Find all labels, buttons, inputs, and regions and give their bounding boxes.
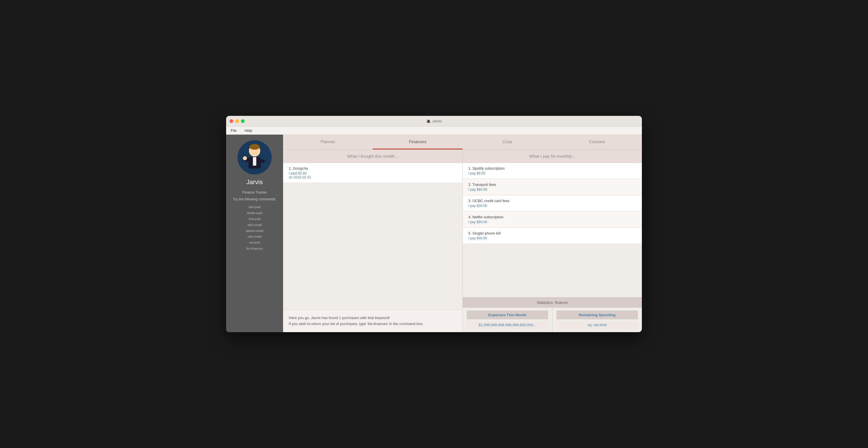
stats-columns: Expenses This Month $1,099,999,999,999,9… [463,308,642,332]
left-panel-header: What I bought this month... [283,150,463,163]
item-title: 1. Spotify subscription [468,166,637,170]
svg-point-6 [243,156,247,160]
item-title: 3. OCBC credit card fees [468,199,637,203]
sidebar-commands: add-paid delete-paid find-paid add-insta… [246,204,264,252]
stats-section: Statistics: finance Expenses This Month … [463,297,642,332]
cmd-edit-install: edit-install [246,234,264,239]
right-panel-header: What I pay for monthly... [463,150,642,163]
traffic-lights [229,119,245,123]
window-title: 🎩 Jarvis [426,119,442,123]
item-sub-line1: I paid $2.80 [289,171,457,175]
sidebar-commands-label: Try the following commands: [233,197,276,201]
title-icon: 🎩 [426,119,431,123]
title-text: Jarvis [432,119,442,123]
minimize-button[interactable] [235,119,239,123]
remaining-value: try: set-limit [556,320,638,329]
item-sub: I pay $60.00 [468,220,637,224]
tab-courses[interactable]: Courses [552,135,642,150]
cmd-delete-install: delete-install [246,228,264,234]
list-item: 5. Singtel phone bill I pay $40.00 [463,228,642,244]
status-line2: If you wish to return your list of purch… [289,321,457,327]
item-title: 1. Gongcha [289,166,457,170]
item-sub-line2: on 2019-10-31 [289,175,457,179]
avatar [238,140,272,174]
item-title: 2. Transport fees [468,183,637,187]
item-sub: I pay $40.00 [468,236,637,240]
item-sub: I pay $20.00 [468,204,637,208]
list-item: 4. Netflix subscription I pay $60.00 [463,212,642,228]
svg-rect-4 [253,157,256,166]
close-button[interactable] [229,119,233,123]
item-sub: I pay $9.50 [468,171,637,175]
maximize-button[interactable] [241,119,245,123]
left-panel: What I bought this month... 1. Gongcha I… [283,150,463,332]
status-line1: Here you go, Jarvis has found 1 purchase… [289,315,457,321]
expenses-value: $1,099,999,999,999,999,900,000... [467,320,548,329]
stats-col-remaining: Remaining Spending try: set-limit [553,308,642,332]
tab-ccas[interactable]: Ccas [463,135,552,150]
tabs: Planner Finances Ccas Courses [283,135,642,150]
content-area: Planner Finances Ccas Courses What I bou… [283,135,642,332]
menu-file[interactable]: File [229,128,238,133]
titlebar: 🎩 Jarvis [226,116,642,127]
cmd-set-limit: set-limit [246,239,264,246]
list-item: 3. OCBC credit card fees I pay $20.00 [463,195,642,212]
tab-planner[interactable]: Planner [283,135,373,150]
cmd-list-finances: list-finances [246,246,264,252]
right-panel: What I pay for monthly... 1. Spotify sub… [463,150,642,332]
menubar: File Help [226,127,642,135]
app-name: Jarvis [246,179,262,186]
panels: What I bought this month... 1. Gongcha I… [283,150,642,332]
svg-point-1 [249,144,260,150]
tab-finances[interactable]: Finances [373,135,463,150]
main-layout: Jarvis Finance Tracker Try the following… [226,135,642,332]
item-title: 4. Netflix subscription [468,215,637,219]
expenses-header: Expenses This Month [467,311,548,319]
status-message: Here you go, Jarvis has found 1 purchase… [283,310,463,332]
cmd-delete-paid: delete-paid [246,210,264,216]
right-panel-list[interactable]: 1. Spotify subscription I pay $9.50 2. T… [463,163,642,297]
list-item: 1. Gongcha I paid $2.80 on 2019-10-31 [283,163,463,183]
list-item: 1. Spotify subscription I pay $9.50 [463,163,642,179]
stats-header: Statistics: finance [463,297,642,308]
cmd-add-paid: add-paid [246,204,264,210]
list-item: 2. Transport fees I pay $84.50 [463,179,642,195]
sidebar-section-title: Finance Tracker [242,190,267,194]
cmd-find-paid: find-paid [246,216,264,222]
item-title: 5. Singtel phone bill [468,231,637,235]
stats-col-expenses: Expenses This Month $1,099,999,999,999,9… [463,308,553,332]
menu-help[interactable]: Help [243,128,254,133]
left-panel-list[interactable]: 1. Gongcha I paid $2.80 on 2019-10-31 [283,163,463,310]
app-window: 🎩 Jarvis File Help [226,116,642,332]
remaining-header: Remaining Spending [556,311,638,319]
item-sub: I pay $84.50 [468,188,637,192]
sidebar: Jarvis Finance Tracker Try the following… [226,135,283,332]
cmd-add-install: add-install [246,222,264,228]
